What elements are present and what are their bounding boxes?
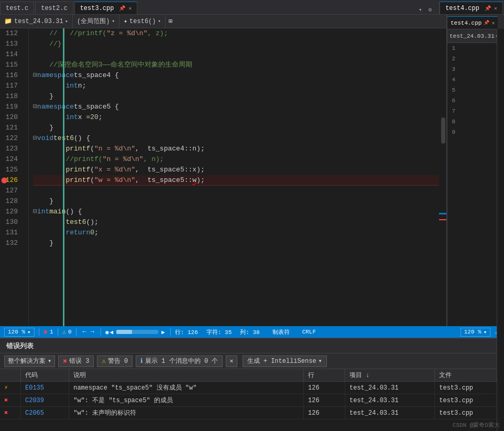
col-header-code[interactable]: 代码 (21, 369, 69, 382)
build-arrow: ▾ (319, 357, 322, 365)
ln-120: 120 (0, 112, 22, 123)
ln-122: 122 (0, 133, 22, 144)
function-icon: ✦ (124, 17, 127, 25)
split-editor-btn[interactable]: ⊞ (166, 15, 176, 28)
ln-115: 115 (0, 60, 22, 70)
build-selector[interactable]: 生成 + IntelliSense ▾ (243, 355, 327, 367)
err2-line-cell: 126 (304, 407, 345, 419)
tab-test4-close[interactable]: ✕ (494, 5, 497, 12)
err2-code-cell: C2065 (21, 407, 69, 419)
right-close-icon[interactable]: ✕ (491, 20, 495, 26)
status-bar: 120 % ▾ ✖ 1 ⚠ 0 ← → ◉ ◀ ▶ 行: 126 字符: 35 … (0, 326, 504, 338)
info-filter-btn[interactable]: ℹ 展示 1 个消息中的 0 个 (136, 355, 223, 367)
err1-code-link[interactable]: C2039 (25, 397, 44, 404)
code-line-130: test6 (); (33, 217, 446, 228)
scope-selector[interactable]: 整个解决方案 ▾ (4, 355, 55, 367)
right-scrollbar[interactable] (497, 29, 504, 431)
col-header-desc[interactable]: 说明 (69, 369, 304, 382)
filter-toggle-btn[interactable]: ✕ (226, 355, 237, 367)
tab-test4-cpp-label: test4.cpp (445, 5, 479, 12)
breadcrumb-function[interactable]: ✦ test6() ▾ (119, 15, 166, 28)
zoom-control-right[interactable]: 120 % ▾ (461, 328, 491, 337)
bottom-toolbar: 整个解决方案 ▾ ✖ 错误 3 ⚠ 警告 0 ℹ 展示 1 个消息中的 0 个 … (0, 353, 504, 369)
code-line-113: //} (33, 39, 446, 49)
breadcrumb-project[interactable]: 📁 test_24.03.31 ▸ (0, 15, 73, 28)
err1-code-cell: C2039 (21, 394, 69, 407)
err2-icon: ✖ (4, 410, 8, 417)
breadcrumb-scope-label: (全局范围) (77, 17, 109, 26)
code-line-124: //printf("n = %d\n", n); (33, 154, 446, 165)
warn-count-status[interactable]: ⚠ 0 (62, 328, 72, 336)
ln-121: 121 (0, 123, 22, 133)
bottom-panel-header: 错误列表 (0, 339, 504, 353)
tab-test3-close[interactable]: ✕ (128, 5, 132, 12)
breadcrumb-function-label: test6() (129, 18, 156, 25)
err2-code-link[interactable]: C2065 (25, 410, 44, 417)
error-count-value: 1 (50, 329, 53, 335)
scroll-nav-left[interactable]: ◀ (110, 329, 114, 336)
nav-back-btn[interactable]: ← (81, 328, 89, 336)
err0-code-cell: E0135 (21, 382, 69, 394)
error-row-0[interactable]: ⚡ E0135 namespace "ts_space5" 没有成员 "w" 1… (0, 382, 504, 394)
tab-mode-status: 制表符 (272, 328, 290, 336)
char-status: 字符: 35 (206, 328, 232, 336)
zoom-control-left[interactable]: 120 % ▾ (4, 328, 35, 337)
tab-test2-c[interactable]: test2.c (35, 2, 73, 14)
tab-pin-icon: 📌 (119, 5, 125, 12)
tab-test3-cpp[interactable]: test3.cpp 📌 ✕ (74, 2, 138, 14)
breadcrumb-function-arrow: ▾ (158, 18, 161, 24)
code-line-123: printf ( "n = %d\n" , ts_space4::n); (33, 144, 446, 154)
err2-proj: test_24.03.31 (349, 410, 399, 417)
scroll-nav-right[interactable]: ▶ (161, 329, 165, 336)
err0-code-link[interactable]: E0135 (25, 384, 44, 392)
tab-settings-btn[interactable]: ⚙ (426, 5, 434, 14)
error-count-status[interactable]: ✖ 1 (43, 328, 53, 337)
breadcrumb-scope[interactable]: (全局范围) ▾ (73, 15, 119, 28)
err1-desc-cell: "w": 不是 "ts_space5" 的成员 (69, 394, 304, 407)
right-tab-label: test4.cpp (451, 20, 481, 26)
scrollbar-track[interactable] (439, 28, 446, 326)
zoom-value-left: 120 % (8, 329, 25, 335)
warn-filter-btn[interactable]: ⚠ 警告 0 (97, 355, 133, 367)
err1-file-cell: test3.cpp (435, 394, 504, 407)
err2-line: 126 (308, 410, 320, 417)
code-line-115: //深挖命名空间3——命名空间中对象的生命周期 (33, 60, 446, 70)
tab-bar: test.c test2.c test3.cpp 📌 ✕ ▾ ⚙ test4.c… (0, 0, 504, 15)
err0-proj: test_24.03.31 (349, 384, 399, 392)
right-tab-bar: test4.cpp 📌 ✕ (447, 15, 504, 29)
error-row-2[interactable]: ✖ C2065 "w": 未声明的标识符 126 test_24.03.31 (0, 407, 504, 419)
error-filter-btn[interactable]: ✖ 错误 3 (58, 355, 94, 367)
col-status: 列: 38 (240, 328, 259, 336)
tab-test4-cpp[interactable]: test4.cpp 📌 ✕ (439, 2, 503, 14)
right-tab-test4[interactable]: test4.cpp 📌 ✕ (447, 16, 498, 29)
status-sep-2 (58, 328, 58, 336)
right-ln-7: 7 (447, 106, 455, 116)
code-content[interactable]: // //printf("z = %d\n", z); //} //深挖命名空间… (29, 28, 446, 326)
code-line-127 (33, 186, 446, 196)
code-line-118: } (33, 91, 446, 102)
nav-fwd-btn[interactable]: → (89, 328, 96, 336)
nav-dot-btn[interactable]: ◉ (105, 329, 109, 336)
col-header-proj[interactable]: 项目 ↓ (345, 369, 435, 382)
error-row-1[interactable]: ✖ C2039 "w": 不是 "ts_space5" 的成员 126 test… (0, 394, 504, 407)
right-code-area[interactable]: 1 2 3 4 5 6 7 8 9 (447, 43, 504, 326)
err2-icon-cell: ✖ (0, 407, 21, 419)
build-label: 生成 + IntelliSense (247, 357, 316, 365)
scroll-track[interactable] (116, 330, 158, 334)
code-line-116: ⊟ namespace ts_space4 { (33, 70, 446, 81)
tab-test-c[interactable]: test.c (0, 2, 34, 14)
right-line-numbers: 1 2 3 4 5 6 7 8 9 (447, 43, 457, 326)
err1-line-cell: 126 (304, 394, 345, 407)
col-header-file[interactable]: 文件 (435, 369, 504, 382)
status-sep-3 (76, 328, 76, 336)
err0-icon-cell: ⚡ (0, 382, 21, 394)
ln-128: 128 (0, 196, 22, 207)
code-area-left[interactable]: 112 113 114 115 116 117 118 119 120 121 … (0, 28, 446, 326)
err1-proj-cell: test_24.03.31 (345, 394, 435, 407)
col-header-line[interactable]: 行 (304, 369, 345, 382)
scrollbar-thumb[interactable] (441, 117, 445, 144)
tab-dropdown-btn[interactable]: ▾ (417, 5, 424, 14)
error-icon-status: ✖ (43, 328, 48, 337)
col-header-icon[interactable] (0, 369, 21, 382)
err0-desc-cell: namespace "ts_space5" 没有成员 "w" (69, 382, 304, 394)
